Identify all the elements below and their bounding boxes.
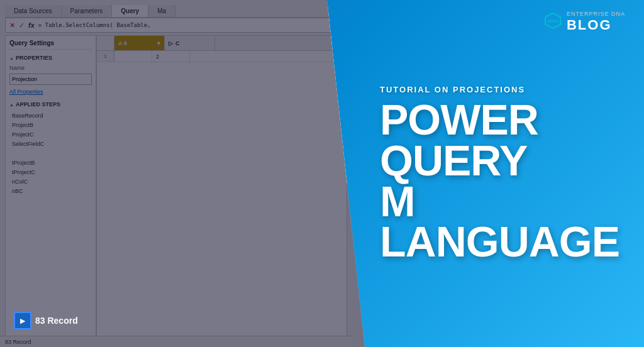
record-text: 83 Record (35, 316, 78, 326)
brand-blog: BLOG (567, 18, 625, 33)
main-container: Data Sources Parameters Query Ma ✕ ✓ fx … (0, 0, 644, 347)
svg-text:DNA: DNA (547, 18, 558, 24)
brand-area: DNA ENTERPRISE DNA BLOG (544, 11, 625, 33)
main-title-line1: POWER QUERY (380, 99, 619, 180)
brand-text-group: ENTERPRISE DNA BLOG (567, 11, 625, 33)
brand-logo-icon: DNA (544, 12, 562, 32)
main-title-line2: M LANGUAGE (380, 181, 619, 262)
record-icon: ▶ (14, 312, 31, 329)
record-badge: ▶ 83 Record (14, 312, 78, 329)
left-dark-overlay (0, 0, 377, 347)
tutorial-subtitle: TUTORIAL ON PROJECTIONS (380, 85, 619, 94)
right-content-area: TUTORIAL ON PROJECTIONS POWER QUERY M LA… (330, 0, 644, 347)
